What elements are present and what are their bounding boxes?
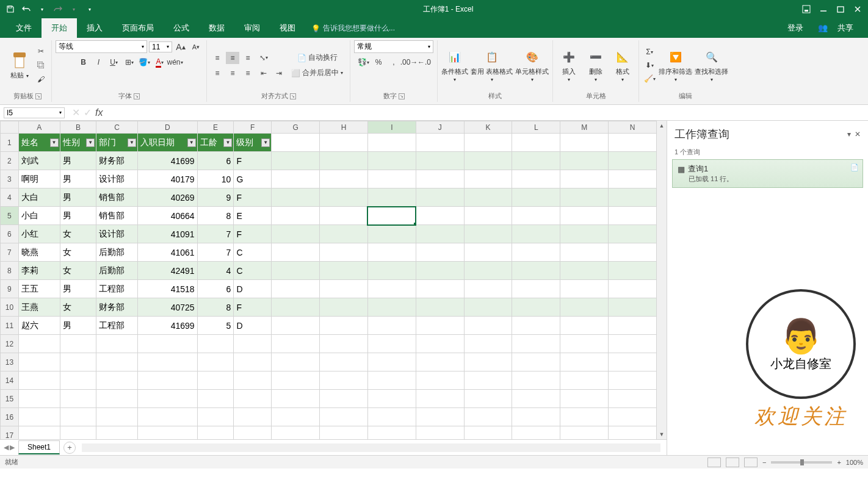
cell-H17[interactable] bbox=[320, 426, 368, 440]
row-header-7[interactable]: 7 bbox=[1, 243, 19, 262]
cell-H13[interactable] bbox=[320, 353, 368, 371]
find-select-button[interactable]: 🔍查找和选择▾ bbox=[695, 48, 728, 83]
cell-M15[interactable] bbox=[560, 390, 609, 408]
cell-G7[interactable] bbox=[272, 243, 320, 262]
italic-icon[interactable]: I bbox=[92, 56, 106, 68]
login-button[interactable]: 登录 bbox=[780, 18, 811, 38]
col-header-L[interactable]: L bbox=[512, 121, 560, 134]
cell-B2[interactable]: 男 bbox=[60, 152, 96, 170]
bold-icon[interactable]: B bbox=[77, 56, 90, 68]
cell-C14[interactable] bbox=[96, 371, 138, 390]
cell-G3[interactable] bbox=[272, 170, 320, 188]
cancel-formula-icon[interactable]: ✕ bbox=[72, 107, 80, 118]
increase-decimal-icon[interactable]: .00→ bbox=[402, 56, 416, 68]
cut-icon[interactable]: ✂ bbox=[34, 45, 48, 57]
cell-H15[interactable] bbox=[320, 390, 368, 408]
cell-E4[interactable]: 9 bbox=[197, 188, 234, 207]
cell-M3[interactable] bbox=[560, 170, 609, 188]
cell-K4[interactable] bbox=[464, 188, 512, 207]
clipboard-launcher-icon[interactable]: ↘ bbox=[35, 93, 42, 99]
cell-H12[interactable] bbox=[320, 335, 368, 353]
cell-H2[interactable] bbox=[320, 152, 368, 170]
page-layout-view-icon[interactable] bbox=[726, 458, 739, 467]
cell-J3[interactable] bbox=[416, 170, 464, 188]
cell-G11[interactable] bbox=[272, 317, 320, 335]
cell-G1[interactable] bbox=[272, 134, 320, 152]
cell-A6[interactable]: 小红 bbox=[18, 225, 60, 243]
tab-审阅[interactable]: 审阅 bbox=[234, 18, 270, 38]
cell-E16[interactable] bbox=[197, 408, 234, 426]
cell-K6[interactable] bbox=[464, 225, 512, 243]
cell-H4[interactable] bbox=[320, 188, 368, 207]
format-painter-icon[interactable]: 🖌 bbox=[34, 73, 48, 85]
cell-K17[interactable] bbox=[464, 426, 512, 440]
cell-E8[interactable]: 4 bbox=[197, 262, 234, 280]
cell-N1[interactable] bbox=[609, 134, 657, 152]
cell-D7[interactable]: 41061 bbox=[138, 243, 198, 262]
increase-font-icon[interactable]: A▴ bbox=[174, 41, 187, 53]
cell-L12[interactable] bbox=[512, 335, 560, 353]
cell-H8[interactable] bbox=[320, 262, 368, 280]
cell-E11[interactable]: 5 bbox=[197, 317, 234, 335]
font-size-combo[interactable]: 11▾ bbox=[149, 41, 172, 52]
cell-B16[interactable] bbox=[60, 408, 96, 426]
tab-数据[interactable]: 数据 bbox=[199, 18, 234, 38]
cell-A11[interactable]: 赵六 bbox=[18, 317, 60, 335]
cell-G10[interactable] bbox=[272, 298, 320, 317]
cell-C16[interactable] bbox=[96, 408, 138, 426]
ribbon-options-icon[interactable] bbox=[800, 2, 813, 16]
sort-filter-button[interactable]: 🔽排序和筛选▾ bbox=[659, 48, 692, 83]
cell-J11[interactable] bbox=[416, 317, 464, 335]
cell-M11[interactable] bbox=[560, 317, 609, 335]
cell-M1[interactable] bbox=[560, 134, 609, 152]
cell-H16[interactable] bbox=[320, 408, 368, 426]
cell-M12[interactable] bbox=[560, 335, 609, 353]
cell-H6[interactable] bbox=[320, 225, 368, 243]
cell-H10[interactable] bbox=[320, 298, 368, 317]
row-header-15[interactable]: 15 bbox=[1, 390, 19, 408]
col-header-J[interactable]: J bbox=[416, 121, 464, 134]
col-header-N[interactable]: N bbox=[609, 121, 657, 134]
cell-F11[interactable]: D bbox=[234, 317, 272, 335]
align-middle-icon[interactable]: ≡ bbox=[226, 52, 239, 64]
cell-M14[interactable] bbox=[560, 371, 609, 390]
query-action-icon[interactable]: 📄 bbox=[850, 163, 859, 171]
cell-A1[interactable]: 姓名▼ bbox=[18, 134, 60, 152]
orientation-icon[interactable]: ⤡ ▾ bbox=[257, 52, 270, 64]
row-header-12[interactable]: 12 bbox=[1, 335, 19, 353]
cell-J7[interactable] bbox=[416, 243, 464, 262]
cell-M13[interactable] bbox=[560, 353, 609, 371]
cell-M7[interactable] bbox=[560, 243, 609, 262]
cell-J8[interactable] bbox=[416, 262, 464, 280]
cell-N10[interactable] bbox=[609, 298, 657, 317]
cell-A3[interactable]: 啊明 bbox=[18, 170, 60, 188]
cell-C2[interactable]: 财务部 bbox=[96, 152, 138, 170]
cell-A5[interactable]: 小白 bbox=[18, 207, 60, 225]
cell-I5[interactable] bbox=[367, 207, 416, 225]
cell-K2[interactable] bbox=[464, 152, 512, 170]
cell-G14[interactable] bbox=[272, 371, 320, 390]
cell-G13[interactable] bbox=[272, 353, 320, 371]
col-header-M[interactable]: M bbox=[560, 121, 609, 134]
cell-C8[interactable]: 后勤部 bbox=[96, 262, 138, 280]
decrease-decimal-icon[interactable]: ←.0 bbox=[418, 56, 431, 68]
cell-K11[interactable] bbox=[464, 317, 512, 335]
cell-K1[interactable] bbox=[464, 134, 512, 152]
cell-C15[interactable] bbox=[96, 390, 138, 408]
cell-F13[interactable] bbox=[234, 353, 272, 371]
cell-J12[interactable] bbox=[416, 335, 464, 353]
cell-J16[interactable] bbox=[416, 408, 464, 426]
cell-B10[interactable]: 女 bbox=[60, 298, 96, 317]
cell-K12[interactable] bbox=[464, 335, 512, 353]
row-header-4[interactable]: 4 bbox=[1, 188, 19, 207]
clear-icon[interactable]: 🧹 ▾ bbox=[643, 73, 656, 85]
cell-F14[interactable] bbox=[234, 371, 272, 390]
tab-nav-next-icon[interactable]: ▶ bbox=[10, 443, 15, 451]
alignment-launcher-icon[interactable]: ↘ bbox=[290, 93, 296, 99]
cell-F3[interactable]: G bbox=[234, 170, 272, 188]
row-header-10[interactable]: 10 bbox=[1, 298, 19, 317]
cell-D2[interactable]: 41699 bbox=[138, 152, 198, 170]
cell-G8[interactable] bbox=[272, 262, 320, 280]
cell-H5[interactable] bbox=[320, 207, 368, 225]
cell-I3[interactable] bbox=[367, 170, 416, 188]
